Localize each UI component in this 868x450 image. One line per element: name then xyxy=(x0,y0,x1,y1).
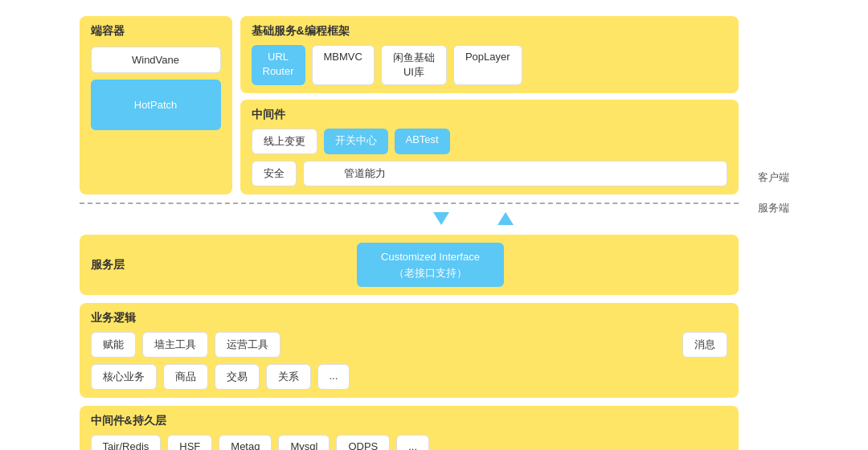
guandao-nengli-box: 管道能力 xyxy=(303,161,727,186)
zhongjian-chijiu-section: 中间件&持久层 Tair/Redis HSF Metaq Mysql ODPS … xyxy=(80,406,739,450)
duan-rong-qi-section: 端容器 WindVane HotPatch xyxy=(80,16,232,194)
mysql-box: Mysql xyxy=(278,435,330,450)
zhongjian-section: 中间件 线上变更 开关中心 ABTest 安全 管道能力 xyxy=(240,100,739,194)
abtest-box: ABTest xyxy=(395,129,450,154)
zhongjian-row1: 线上变更 开关中心 ABTest xyxy=(252,129,727,154)
funeng-box: 赋能 xyxy=(91,332,136,358)
fuwuceng-title: 服务层 xyxy=(91,258,125,272)
jichufuwu-items-row: URLRouter MBMVC 闲鱼基础UI库 PopLayer xyxy=(252,45,727,85)
xiaoxi-box: 消息 xyxy=(682,332,727,358)
jiaoyı-box: 交易 xyxy=(215,364,260,390)
xianyu-ui-box: 闲鱼基础UI库 xyxy=(381,45,447,85)
yewuluoji-title: 业务逻辑 xyxy=(91,311,727,325)
top-row: 端容器 WindVane HotPatch 基础服务&编程框架 URLRoute… xyxy=(80,16,739,194)
dots-box3: ... xyxy=(396,435,429,450)
hsf-box: HSF xyxy=(167,435,212,450)
divider-row xyxy=(80,202,739,204)
hotpatch-box: HotPatch xyxy=(91,80,221,130)
arrow-down-icon xyxy=(433,212,449,225)
shangpin-box: 商品 xyxy=(163,364,208,390)
xianshang-biangeng-box: 线上变更 xyxy=(252,129,317,154)
guanxi-box: 关系 xyxy=(266,364,311,390)
yewuluoji-row2: 核心业务 商品 交易 关系 ... xyxy=(91,364,727,390)
mbmvc-box: MBMVC xyxy=(312,45,375,85)
fuwuceng-section: 服务层 Customized Interface（老接口支持） xyxy=(80,235,739,295)
odps-box: ODPS xyxy=(336,435,390,450)
poplayer-box: PopLayer xyxy=(453,45,522,85)
dashed-line xyxy=(80,202,739,204)
url-router-box: URLRouter xyxy=(252,45,305,85)
yewuluoji-section: 业务逻辑 赋能 墙主工具 运营工具 消息 核心业务 商品 交易 关系 ... xyxy=(80,303,739,398)
arrow-up-icon xyxy=(497,212,514,225)
kaiguan-zhongxin-box: 开关中心 xyxy=(324,129,388,154)
metaq-box: Metaq xyxy=(219,435,272,450)
zhongjian-title: 中间件 xyxy=(252,108,727,122)
windvane-box: WindVane xyxy=(91,47,221,73)
arrows-area xyxy=(144,212,803,227)
diagram-wrapper: 端容器 WindVane HotPatch 基础服务&编程框架 URLRoute… xyxy=(80,16,789,450)
jichufuwu-title: 基础服务&编程框架 xyxy=(252,24,727,39)
hexin-yewu-box: 核心业务 xyxy=(91,364,157,390)
jichufuwu-zhongjian-col: 基础服务&编程框架 URLRouter MBMVC 闲鱼基础UI库 PopLay… xyxy=(240,16,739,194)
yunying-gongju-box: 运营工具 xyxy=(215,332,280,358)
client-label: 客户端 xyxy=(758,170,789,185)
yewuluoji-row1: 赋能 墙主工具 运营工具 消息 xyxy=(91,332,727,358)
zhongjian-chijiu-title: 中间件&持久层 xyxy=(91,414,727,428)
dots-box2: ... xyxy=(317,364,350,390)
jichufuwu-section: 基础服务&编程框架 URLRouter MBMVC 闲鱼基础UI库 PopLay… xyxy=(240,16,739,93)
duan-rong-qi-title: 端容器 xyxy=(91,24,221,39)
qiangzhu-gongju-box: 墙主工具 xyxy=(142,332,208,358)
tair-redis-box: Tair/Redis xyxy=(91,435,162,450)
customized-interface-box: Customized Interface（老接口支持） xyxy=(357,243,504,287)
anquan-box: 安全 xyxy=(252,161,297,186)
zhongjian-chijiu-row: Tair/Redis HSF Metaq Mysql ODPS ... xyxy=(91,435,727,450)
full-diagram: 端容器 WindVane HotPatch 基础服务&编程框架 URLRoute… xyxy=(80,16,739,450)
side-labels: 客户端 服务端 xyxy=(745,16,789,215)
zhongjian-row2: 安全 管道能力 xyxy=(252,161,727,186)
server-label: 服务端 xyxy=(758,201,789,215)
